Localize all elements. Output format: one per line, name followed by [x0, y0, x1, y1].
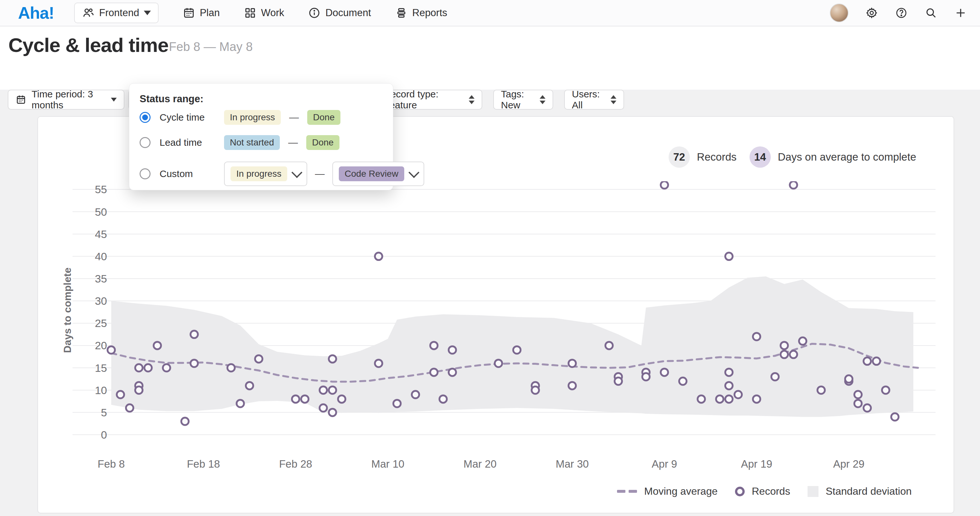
record-point[interactable]	[393, 400, 401, 407]
legend-standard-deviation[interactable]: Standard deviation	[808, 485, 912, 497]
record-point[interactable]	[246, 382, 253, 389]
record-point[interactable]	[495, 360, 502, 367]
radio-icon[interactable]	[140, 137, 151, 148]
record-point[interactable]	[642, 373, 649, 381]
record-point[interactable]	[882, 386, 889, 394]
record-point[interactable]	[301, 395, 309, 403]
record-point[interactable]	[412, 391, 419, 398]
record-point[interactable]	[191, 360, 198, 367]
record-point[interactable]	[237, 400, 244, 407]
settings-gear-icon[interactable]	[865, 6, 878, 19]
record-point[interactable]	[661, 181, 668, 189]
record-point[interactable]	[191, 331, 198, 338]
record-point[interactable]	[753, 395, 760, 403]
users-value: Users: All	[572, 89, 605, 111]
custom-to-select[interactable]: Code Review	[332, 162, 424, 186]
record-point[interactable]	[864, 357, 871, 365]
nav-item-reports[interactable]: Reports	[395, 6, 447, 19]
users-filter[interactable]: Users: All	[564, 90, 624, 110]
record-point[interactable]	[513, 346, 520, 354]
record-point[interactable]	[661, 369, 668, 376]
record-point[interactable]	[449, 369, 456, 376]
record-point[interactable]	[891, 413, 899, 420]
record-point[interactable]	[329, 409, 336, 416]
record-point[interactable]	[716, 395, 723, 403]
record-point[interactable]	[135, 364, 143, 371]
record-point[interactable]	[605, 342, 613, 349]
record-point[interactable]	[163, 364, 170, 371]
to-status-badge: Code Review	[339, 166, 404, 181]
record-point[interactable]	[439, 395, 447, 403]
record-point[interactable]	[531, 386, 539, 394]
aha-logo[interactable]: Aha!	[18, 3, 54, 22]
record-point[interactable]	[108, 346, 115, 354]
record-point[interactable]	[181, 418, 189, 425]
record-point[interactable]	[799, 337, 807, 345]
record-point[interactable]	[126, 405, 134, 412]
record-point[interactable]	[873, 357, 880, 365]
record-point[interactable]	[338, 395, 345, 403]
record-point[interactable]	[375, 360, 382, 367]
record-point[interactable]	[854, 391, 862, 398]
record-point[interactable]	[854, 400, 862, 407]
workspace-selector[interactable]: Frontend	[74, 3, 159, 23]
time-period-filter[interactable]: Time period: 3 months	[8, 90, 124, 110]
record-point[interactable]	[790, 351, 797, 358]
average-days-badge: 14	[749, 147, 771, 168]
record-point[interactable]	[430, 342, 438, 349]
record-point[interactable]	[818, 386, 825, 394]
record-point[interactable]	[135, 386, 143, 394]
cycle-time-scatter-chart[interactable]: 0510152025303540455055Days to completeFe…	[62, 181, 945, 481]
record-point[interactable]	[725, 369, 733, 376]
legend-label: Moving average	[644, 485, 718, 497]
option-label: Cycle time	[159, 112, 224, 123]
record-point[interactable]	[615, 377, 622, 385]
record-point[interactable]	[292, 395, 299, 403]
radio-selected-icon[interactable]	[140, 112, 151, 123]
record-point[interactable]	[864, 405, 871, 412]
option-cycle-time[interactable]: Cycle time In progress — Done	[140, 110, 340, 125]
search-icon[interactable]	[924, 6, 937, 19]
record-point[interactable]	[569, 360, 576, 367]
record-point[interactable]	[780, 351, 788, 358]
custom-from-select[interactable]: In progress	[224, 162, 307, 186]
nav-item-document[interactable]: Document	[308, 6, 371, 19]
record-point[interactable]	[780, 342, 788, 349]
record-point[interactable]	[375, 253, 382, 260]
radio-icon[interactable]	[140, 168, 151, 179]
record-point[interactable]	[845, 375, 853, 383]
record-point[interactable]	[430, 369, 438, 376]
option-lead-time[interactable]: Lead time Not started — Done	[140, 135, 339, 150]
record-point[interactable]	[734, 391, 742, 398]
legend-moving-average[interactable]: Moving average	[617, 485, 718, 497]
record-point[interactable]	[329, 386, 336, 394]
record-point[interactable]	[320, 405, 327, 412]
record-point[interactable]	[329, 355, 336, 363]
record-point[interactable]	[255, 355, 262, 363]
record-point[interactable]	[790, 181, 797, 189]
nav-item-work[interactable]: Work	[244, 6, 284, 19]
legend-records[interactable]: Records	[735, 485, 790, 497]
record-point[interactable]	[772, 373, 779, 381]
record-point[interactable]	[117, 391, 124, 398]
nav-item-plan[interactable]: Plan	[183, 6, 220, 19]
record-point[interactable]	[227, 364, 235, 371]
option-custom[interactable]: Custom In progress — Code Review	[140, 162, 424, 186]
record-point[interactable]	[725, 395, 733, 403]
tags-filter[interactable]: Tags: New	[493, 90, 553, 110]
record-point[interactable]	[725, 253, 733, 260]
record-point[interactable]	[154, 342, 161, 349]
record-point[interactable]	[725, 382, 733, 389]
record-point[interactable]	[449, 346, 456, 354]
record-point[interactable]	[569, 382, 576, 389]
user-avatar[interactable]	[830, 3, 848, 22]
record-point[interactable]	[145, 364, 152, 371]
record-point[interactable]	[698, 395, 705, 403]
record-point[interactable]	[679, 377, 687, 385]
help-icon[interactable]	[895, 6, 908, 19]
record-point[interactable]	[753, 333, 760, 340]
record-point[interactable]	[320, 386, 327, 394]
plus-icon[interactable]	[954, 6, 967, 19]
to-status-badge: Done	[306, 135, 339, 150]
calendar-icon	[183, 6, 196, 19]
